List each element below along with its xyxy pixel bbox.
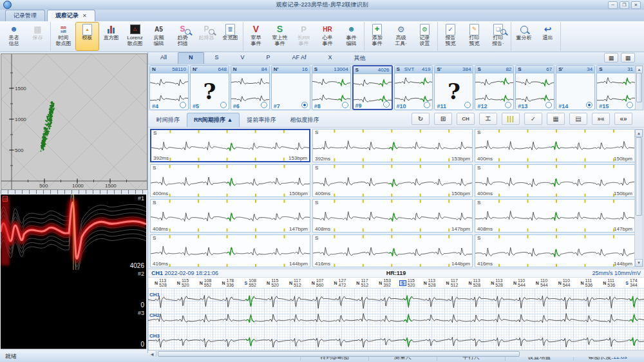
category-tab-af-af[interactable]: AF Af — [281, 52, 317, 64]
toolbar-button-advanced-tools[interactable]: ⚙高级工具· — [389, 22, 413, 51]
maximize-button[interactable]: ❐ — [620, 1, 629, 9]
beat-annotation-16[interactable]: N113528 — [486, 278, 508, 288]
beat-cell-6[interactable]: S400ms150bpm — [475, 164, 635, 198]
toolbar-button-template[interactable]: ▲模板 — [75, 22, 99, 51]
toolbar-button-trend-scan[interactable]: S趋势扫描 — [171, 22, 194, 51]
toolbar-button-histogram[interactable]: 直方图 — [99, 22, 123, 51]
template-card-14[interactable]: S'34#14 — [556, 65, 595, 110]
beat-annotation-2[interactable]: N115520 — [172, 278, 194, 288]
scroll-left-icon[interactable]: ◀ — [148, 351, 156, 357]
beat-cell-5[interactable]: S400ms150bpm — [312, 164, 473, 198]
beat-annotation-6[interactable]: N115520 — [261, 278, 284, 288]
template-card-11[interactable]: S'384?#11 — [434, 65, 473, 110]
category-tab-all[interactable]: All — [149, 52, 178, 64]
scroll-up-icon[interactable]: ▲ — [635, 129, 643, 137]
ecg-strip[interactable]: CH1CH2CH3 — [148, 288, 644, 350]
beat-annotation-17[interactable]: N110544 — [508, 278, 531, 288]
toolbar-button-hr-event[interactable]: HR心率事件 — [316, 22, 339, 51]
beat-cell-9[interactable]: S408ms147bpm — [475, 199, 635, 233]
toolbar-button-s-event[interactable]: S室上性事件 — [268, 22, 292, 51]
caliper-icon[interactable]: 工 — [479, 113, 497, 125]
card-radio[interactable] — [180, 102, 186, 108]
card-radio[interactable] — [301, 102, 308, 108]
category-tab-其他[interactable]: 其他 — [343, 52, 377, 64]
toolbar-button-exit[interactable]: ↩退出 — [536, 22, 560, 51]
beat-cell-1[interactable]: S392ms153bpm — [150, 129, 310, 162]
toolbar-button-report-preview[interactable]: ✓报告预览 — [439, 22, 462, 51]
grid-dense-icon[interactable]: ▦ — [547, 113, 565, 125]
refresh-icon[interactable]: ↻ — [412, 113, 430, 125]
beat-annotation-15[interactable]: N113528 — [463, 278, 486, 288]
toolbar-button-print-preview[interactable]: ✎打印预览 — [462, 22, 486, 51]
toolbar-button-add-event[interactable]: ✚添加事件 — [365, 22, 389, 51]
toolbar-button-record-settings[interactable]: ⚙记录设置 — [413, 22, 437, 51]
beat-annotation-8[interactable]: N107560 — [307, 278, 329, 288]
beat-annotation-19[interactable]: N110544 — [553, 278, 576, 288]
beat-select-icon[interactable]: ✓ — [524, 113, 542, 125]
template-card-10[interactable]: SSVT419#10 — [394, 65, 433, 110]
beat-annotation-10[interactable]: N117512 — [351, 278, 374, 288]
beat-cell-11[interactable]: S416ms144bpm — [312, 234, 473, 268]
toolbar-button-event-edit[interactable]: ☻事件编辑 — [339, 22, 363, 51]
grid-sparse-icon[interactable]: ▤ — [569, 113, 587, 125]
tab-close-icon[interactable]: ✕ — [82, 13, 87, 19]
beat-cell-2[interactable]: S392ms153bpm — [312, 129, 473, 162]
toolbar-button-overview[interactable]: ≣全览图 — [218, 22, 242, 51]
card-radio[interactable] — [261, 102, 267, 108]
template-card-7[interactable]: N'16#7 — [271, 65, 310, 110]
scrollbar-thumb[interactable] — [636, 137, 642, 216]
grid-view-small-icon[interactable]: ▦ — [621, 53, 635, 62]
nav-tab-1[interactable]: 记录管理 — [5, 10, 45, 21]
card-radio[interactable] — [220, 102, 227, 108]
category-tab-v[interactable]: V — [230, 52, 256, 64]
scroll-down-icon[interactable]: ▼ — [635, 259, 643, 267]
sort-tab-RR间期排序[interactable]: RR间期排序 ▲ — [187, 113, 240, 127]
template-card-4[interactable]: N58110#4 — [149, 65, 189, 110]
beat-cell-7[interactable]: S408ms147bpm — [150, 199, 310, 233]
beat-cell-10[interactable]: S416ms144bpm — [150, 234, 310, 268]
card-radio[interactable] — [383, 101, 390, 108]
zoom-area-icon[interactable]: ⊞ — [434, 113, 452, 125]
beat-cell-8[interactable]: S408ms147bpm — [312, 199, 473, 233]
template-card-6[interactable]: N84#6 — [231, 65, 270, 110]
sort-tab-提前率排序[interactable]: 提前率排序 — [240, 113, 283, 127]
scrollbar-thumb[interactable] — [636, 73, 642, 102]
template-card-15[interactable]: S31#15 — [596, 65, 636, 110]
nav-tab-2[interactable]: 观察记录✕ — [47, 10, 95, 21]
beat-annotation-4[interactable]: N178336 — [216, 278, 239, 288]
beat-annotation-1[interactable]: N113528 — [149, 278, 172, 288]
template-overlay-panel-1[interactable]: II #1 4026 — [1, 195, 146, 271]
toolbar-button-patient-info[interactable]: ☻患者信息 — [2, 22, 26, 51]
template-overlay-panel-3[interactable]: #3 0 — [1, 309, 146, 349]
template-overlay-panel-2[interactable]: #2 0 — [1, 270, 146, 310]
collapse-all-icon[interactable]: »« — [592, 113, 610, 125]
beat-cell-3[interactable]: S400ms150bpm — [475, 129, 635, 162]
close-button[interactable]: ✕ — [631, 1, 641, 9]
beat-cell-4[interactable]: S400ms150bpm — [150, 164, 310, 198]
toolbar-button-v-event[interactable]: V室早事件 — [244, 22, 268, 51]
beat-annotation-12[interactable]: S115520 — [396, 278, 419, 288]
beat-annotation-13[interactable]: N113528 — [419, 278, 441, 288]
cards-scrollbar[interactable]: ▲ — [635, 65, 643, 110]
toolbar-button-lorenz[interactable]: ∴Lorenz散点图 — [123, 22, 147, 51]
card-radio[interactable] — [627, 102, 633, 108]
grid-scrollbar[interactable]: ▲ ▼ — [634, 129, 643, 267]
template-card-12[interactable]: S82#12 — [475, 65, 514, 110]
minimize-button[interactable]: ─ — [608, 1, 618, 9]
beat-annotation-21[interactable]: N111536 — [598, 278, 620, 288]
template-card-13[interactable]: S67#13 — [515, 65, 554, 110]
sort-tab-相似度排序[interactable]: 相似度排序 — [283, 113, 326, 127]
beat-annotation-11[interactable]: N153392 — [374, 278, 396, 288]
template-card-5[interactable]: N'648?#5 — [190, 65, 229, 110]
strip-scrollbar[interactable]: ◀ — [148, 350, 644, 357]
category-tab-p[interactable]: P — [256, 52, 281, 64]
scrollbar-thumb[interactable] — [158, 351, 520, 357]
grid-view-large-icon[interactable]: ▦ — [604, 53, 618, 62]
card-radio[interactable] — [342, 102, 348, 108]
beat-annotation-20[interactable]: N111536 — [575, 278, 598, 288]
channel-switch-icon[interactable]: CH — [457, 113, 475, 125]
beat-annotation-5[interactable]: S108552 — [239, 278, 261, 288]
category-tab-s[interactable]: S — [204, 52, 230, 64]
beat-annotation-9[interactable]: N127472 — [329, 278, 352, 288]
category-tab-x[interactable]: X — [317, 52, 343, 64]
